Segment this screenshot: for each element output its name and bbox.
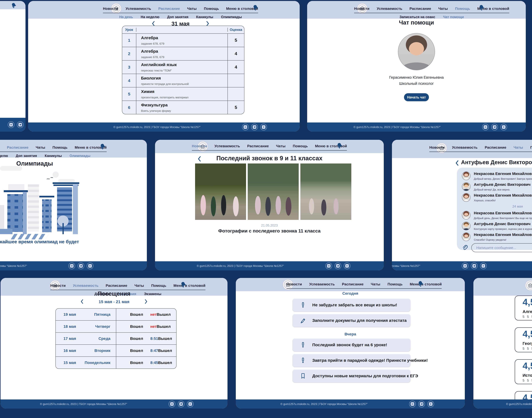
nav-item-news[interactable]: Новости bbox=[103, 7, 118, 11]
subnav-extra[interactable]: Доп занятия bbox=[16, 154, 37, 158]
subnav-help-chat[interactable]: Чат помощи bbox=[443, 15, 464, 19]
nav-item-performance[interactable]: Успеваемость bbox=[452, 145, 478, 150]
bell-icon[interactable] bbox=[180, 281, 187, 289]
nav-item-help[interactable]: Помощь bbox=[455, 7, 470, 11]
youtube-icon[interactable] bbox=[480, 263, 487, 269]
telegram-icon[interactable] bbox=[251, 124, 258, 130]
notification-item[interactable]: Не забудьте забрать все вещи из школы! bbox=[293, 299, 410, 311]
vk-icon[interactable]: vk bbox=[462, 263, 468, 269]
start-chat-button[interactable]: Начать чат bbox=[404, 93, 429, 101]
nav-item-canteen[interactable]: Меню в столовой bbox=[410, 282, 442, 286]
subnav-extra[interactable]: Доп занятия bbox=[167, 15, 188, 19]
lesson-row[interactable]: 4 Биологияпринести тетради для контрольн… bbox=[122, 74, 244, 87]
nav-item-help[interactable]: Помощь bbox=[388, 282, 403, 286]
attendance-row[interactable]: 17 маяСреда Вошел8:51 Вышел15:40 bbox=[56, 333, 176, 345]
nav-item-performance[interactable]: Успеваемость bbox=[126, 7, 151, 11]
subnav-holidays[interactable]: Каникулы bbox=[45, 154, 62, 158]
telegram-icon[interactable] bbox=[418, 401, 425, 407]
nav-item-news[interactable]: Новости bbox=[50, 283, 66, 288]
subnav-olympiads[interactable]: Олимпиады bbox=[221, 15, 242, 19]
nav-item-chats[interactable]: Чаты bbox=[36, 145, 45, 150]
nav-item-schedule[interactable]: Расписание bbox=[158, 7, 180, 11]
bell-icon[interactable] bbox=[336, 142, 343, 150]
bell-icon[interactable] bbox=[478, 4, 485, 12]
notification-item[interactable]: Доступны новые материалы для подготовки … bbox=[293, 370, 410, 382]
nav-item-news[interactable]: Новости bbox=[192, 144, 207, 148]
nav-item-performance[interactable]: Успеваемость bbox=[214, 144, 240, 148]
news-photo[interactable] bbox=[248, 163, 299, 220]
nav-item-performance[interactable]: Успеваемость bbox=[73, 283, 99, 288]
vk-icon[interactable]: vk bbox=[69, 263, 75, 269]
vk-icon[interactable]: vk bbox=[169, 401, 175, 407]
youtube-icon[interactable] bbox=[344, 263, 350, 269]
subnav-book-session[interactable]: Записаться на сеанс bbox=[400, 15, 435, 19]
youtube-icon[interactable] bbox=[87, 263, 93, 269]
vk-icon[interactable]: vk bbox=[482, 124, 489, 130]
nav-item-performance[interactable]: Успеваемость bbox=[309, 282, 335, 286]
subnav-exams[interactable]: Экзамены bbox=[144, 292, 161, 296]
next-week-button[interactable] bbox=[145, 299, 148, 305]
nav-item-help[interactable]: Помощь bbox=[151, 283, 166, 288]
prev-week-button[interactable] bbox=[80, 299, 83, 305]
nav-item-schedule[interactable]: Расписание bbox=[106, 283, 127, 288]
nav-item-help[interactable]: Помощь bbox=[530, 145, 532, 150]
nav-item-schedule[interactable]: Расписание bbox=[342, 282, 364, 286]
grade-card[interactable]: 4,5 История 5 5 5 4 4 5 4 4 5 4 4 bbox=[515, 359, 532, 384]
bell-icon[interactable] bbox=[11, 2, 17, 9]
grade-card[interactable]: 4,5 География 5 5 5 4 4 5 4 4 5 4 4 bbox=[515, 327, 532, 352]
subnav-day[interactable]: На день bbox=[119, 15, 133, 19]
news-photo[interactable] bbox=[195, 163, 246, 220]
back-button[interactable] bbox=[197, 156, 201, 162]
nav-item-schedule[interactable]: Расписание bbox=[7, 145, 29, 150]
back-button[interactable] bbox=[455, 160, 459, 166]
nav-item-performance[interactable]: Успеваемость bbox=[377, 7, 402, 11]
nav-item-chats[interactable]: Чаты bbox=[276, 144, 286, 148]
notification-item[interactable]: Завтра прийти в парадной одежде! Принест… bbox=[293, 354, 410, 367]
youtube-icon[interactable] bbox=[260, 124, 267, 130]
nav-item-help[interactable]: Помощь bbox=[204, 7, 219, 11]
subnav-olympiads[interactable]: Олимпиады bbox=[69, 154, 90, 158]
lesson-row[interactable]: 1 Алгебразадание 678, 679 5 bbox=[122, 34, 244, 47]
subnav-week[interactable]: На неделю bbox=[0, 154, 8, 158]
subnav-week[interactable]: На неделю bbox=[141, 15, 160, 19]
lesson-row[interactable]: 6 ФизкультураВзять уличную форму 5 bbox=[122, 101, 244, 114]
nav-item-chats[interactable]: Чаты bbox=[371, 282, 380, 286]
telegram-icon[interactable] bbox=[491, 124, 498, 130]
news-photo[interactable] bbox=[300, 163, 351, 220]
attendance-row[interactable]: 15 маяПонедельник Вошел8:45 Вышел15:43 bbox=[56, 357, 176, 369]
nav-item-chats[interactable]: Чаты bbox=[514, 145, 523, 150]
nav-item-news[interactable]: Новости bbox=[354, 7, 370, 11]
lesson-row[interactable]: 2 Алгебразадание 678, 679 4 bbox=[122, 47, 244, 60]
vk-icon[interactable]: vk bbox=[8, 121, 14, 128]
nav-item-news[interactable]: Новости bbox=[287, 282, 302, 286]
notification-item[interactable]: Последний звонок будет на 6 уроке! bbox=[293, 339, 410, 351]
nav-item-chats[interactable]: Чаты bbox=[438, 7, 448, 11]
telegram-icon[interactable] bbox=[78, 263, 84, 269]
nav-item-help[interactable]: Помощь bbox=[53, 145, 68, 150]
nav-item-canteen[interactable]: Меню в столовой bbox=[173, 283, 206, 288]
youtube-icon[interactable] bbox=[500, 124, 507, 130]
attendance-row[interactable]: 18 маяЧетверг Вошелнет Вышелнет bbox=[56, 321, 176, 333]
vk-icon[interactable]: vk bbox=[325, 263, 332, 269]
nav-item-chats[interactable]: Чаты bbox=[187, 7, 197, 11]
youtube-icon[interactable] bbox=[428, 401, 434, 407]
bell-icon[interactable] bbox=[99, 143, 106, 151]
bell-icon[interactable] bbox=[417, 280, 424, 288]
attendance-row[interactable]: 19 маяПятница Вошелнет Вышелнет bbox=[56, 309, 176, 321]
youtube-icon[interactable] bbox=[187, 401, 194, 407]
notification-item[interactable]: Заполните докуметы для получения атестат… bbox=[293, 314, 410, 327]
subnav-holidays[interactable]: Каникулы bbox=[196, 15, 213, 19]
grade-card[interactable]: 4,5 Алгебра 5 5 5 4 4 5 4 4 5 4 4 bbox=[515, 296, 532, 320]
nav-item-schedule[interactable]: Расписание bbox=[485, 145, 506, 150]
telegram-icon[interactable] bbox=[471, 263, 478, 269]
paperclip-icon[interactable] bbox=[462, 244, 468, 251]
nav-item-chats[interactable]: Чаты bbox=[135, 283, 144, 288]
lesson-row[interactable]: 5 Химияпрезентация, потвторить материал bbox=[122, 87, 244, 101]
message-input[interactable] bbox=[471, 243, 532, 252]
telegram-icon[interactable] bbox=[335, 263, 341, 269]
telegram-icon[interactable] bbox=[178, 401, 185, 407]
nav-item-schedule[interactable]: Расписание bbox=[410, 7, 431, 11]
lesson-row[interactable]: 3 Английский языкпересказ текста “ТОМ” 4 bbox=[122, 60, 244, 74]
bell-icon[interactable] bbox=[252, 4, 259, 12]
nav-item-schedule[interactable]: Расписание bbox=[247, 144, 269, 148]
